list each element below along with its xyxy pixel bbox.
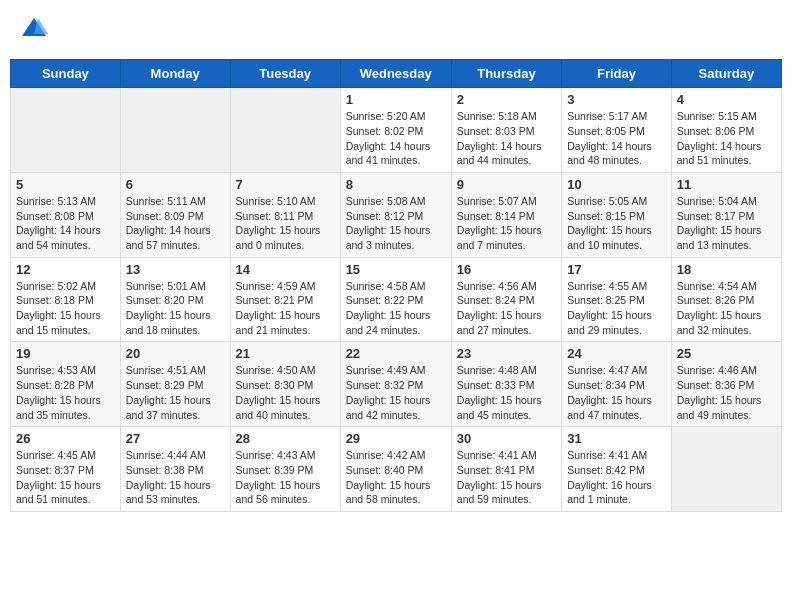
day-info: Sunrise: 5:07 AM Sunset: 8:14 PM Dayligh… (457, 194, 556, 253)
calendar-day-2: 2Sunrise: 5:18 AM Sunset: 8:03 PM Daylig… (451, 88, 561, 173)
day-info: Sunrise: 5:10 AM Sunset: 8:11 PM Dayligh… (236, 194, 335, 253)
calendar-day-18: 18Sunrise: 4:54 AM Sunset: 8:26 PM Dayli… (671, 257, 781, 342)
day-number: 18 (677, 262, 776, 277)
logo (18, 14, 48, 47)
day-number: 28 (236, 431, 335, 446)
day-info: Sunrise: 5:08 AM Sunset: 8:12 PM Dayligh… (346, 194, 446, 253)
day-info: Sunrise: 4:55 AM Sunset: 8:25 PM Dayligh… (567, 279, 666, 338)
day-info: Sunrise: 4:43 AM Sunset: 8:39 PM Dayligh… (236, 448, 335, 507)
calendar-day-8: 8Sunrise: 5:08 AM Sunset: 8:12 PM Daylig… (340, 172, 451, 257)
calendar-day-4: 4Sunrise: 5:15 AM Sunset: 8:06 PM Daylig… (671, 88, 781, 173)
calendar-day-11: 11Sunrise: 5:04 AM Sunset: 8:17 PM Dayli… (671, 172, 781, 257)
day-info: Sunrise: 4:45 AM Sunset: 8:37 PM Dayligh… (16, 448, 115, 507)
day-info: Sunrise: 4:41 AM Sunset: 8:42 PM Dayligh… (567, 448, 666, 507)
calendar-day-7: 7Sunrise: 5:10 AM Sunset: 8:11 PM Daylig… (230, 172, 340, 257)
calendar-day-5: 5Sunrise: 5:13 AM Sunset: 8:08 PM Daylig… (11, 172, 121, 257)
calendar-day-12: 12Sunrise: 5:02 AM Sunset: 8:18 PM Dayli… (11, 257, 121, 342)
day-number: 8 (346, 177, 446, 192)
calendar-week-row: 19Sunrise: 4:53 AM Sunset: 8:28 PM Dayli… (11, 342, 782, 427)
day-number: 2 (457, 92, 556, 107)
col-header-saturday: Saturday (671, 60, 781, 88)
calendar-week-row: 12Sunrise: 5:02 AM Sunset: 8:18 PM Dayli… (11, 257, 782, 342)
day-number: 14 (236, 262, 335, 277)
day-number: 26 (16, 431, 115, 446)
col-header-friday: Friday (562, 60, 672, 88)
day-number: 9 (457, 177, 556, 192)
calendar-day-17: 17Sunrise: 4:55 AM Sunset: 8:25 PM Dayli… (562, 257, 672, 342)
empty-day (230, 88, 340, 173)
day-number: 7 (236, 177, 335, 192)
calendar-week-row: 5Sunrise: 5:13 AM Sunset: 8:08 PM Daylig… (11, 172, 782, 257)
day-info: Sunrise: 4:41 AM Sunset: 8:41 PM Dayligh… (457, 448, 556, 507)
logo-icon (20, 14, 48, 42)
day-number: 23 (457, 346, 556, 361)
day-info: Sunrise: 5:15 AM Sunset: 8:06 PM Dayligh… (677, 109, 776, 168)
day-number: 16 (457, 262, 556, 277)
day-number: 21 (236, 346, 335, 361)
calendar-day-3: 3Sunrise: 5:17 AM Sunset: 8:05 PM Daylig… (562, 88, 672, 173)
day-number: 29 (346, 431, 446, 446)
day-info: Sunrise: 4:42 AM Sunset: 8:40 PM Dayligh… (346, 448, 446, 507)
day-number: 10 (567, 177, 666, 192)
calendar-week-row: 26Sunrise: 4:45 AM Sunset: 8:37 PM Dayli… (11, 427, 782, 512)
calendar-day-26: 26Sunrise: 4:45 AM Sunset: 8:37 PM Dayli… (11, 427, 121, 512)
calendar-day-28: 28Sunrise: 4:43 AM Sunset: 8:39 PM Dayli… (230, 427, 340, 512)
day-number: 31 (567, 431, 666, 446)
calendar-day-15: 15Sunrise: 4:58 AM Sunset: 8:22 PM Dayli… (340, 257, 451, 342)
calendar-day-20: 20Sunrise: 4:51 AM Sunset: 8:29 PM Dayli… (120, 342, 230, 427)
day-number: 25 (677, 346, 776, 361)
day-info: Sunrise: 5:02 AM Sunset: 8:18 PM Dayligh… (16, 279, 115, 338)
empty-day (671, 427, 781, 512)
day-info: Sunrise: 4:51 AM Sunset: 8:29 PM Dayligh… (126, 363, 225, 422)
day-number: 27 (126, 431, 225, 446)
calendar-day-21: 21Sunrise: 4:50 AM Sunset: 8:30 PM Dayli… (230, 342, 340, 427)
day-number: 13 (126, 262, 225, 277)
col-header-monday: Monday (120, 60, 230, 88)
empty-day (11, 88, 121, 173)
calendar-day-22: 22Sunrise: 4:49 AM Sunset: 8:32 PM Dayli… (340, 342, 451, 427)
calendar-day-27: 27Sunrise: 4:44 AM Sunset: 8:38 PM Dayli… (120, 427, 230, 512)
calendar-day-29: 29Sunrise: 4:42 AM Sunset: 8:40 PM Dayli… (340, 427, 451, 512)
day-info: Sunrise: 5:17 AM Sunset: 8:05 PM Dayligh… (567, 109, 666, 168)
calendar-day-14: 14Sunrise: 4:59 AM Sunset: 8:21 PM Dayli… (230, 257, 340, 342)
day-number: 11 (677, 177, 776, 192)
day-info: Sunrise: 4:44 AM Sunset: 8:38 PM Dayligh… (126, 448, 225, 507)
calendar-header-row: SundayMondayTuesdayWednesdayThursdayFrid… (11, 60, 782, 88)
day-info: Sunrise: 5:13 AM Sunset: 8:08 PM Dayligh… (16, 194, 115, 253)
day-info: Sunrise: 4:49 AM Sunset: 8:32 PM Dayligh… (346, 363, 446, 422)
day-info: Sunrise: 4:58 AM Sunset: 8:22 PM Dayligh… (346, 279, 446, 338)
day-info: Sunrise: 4:54 AM Sunset: 8:26 PM Dayligh… (677, 279, 776, 338)
col-header-wednesday: Wednesday (340, 60, 451, 88)
day-info: Sunrise: 5:18 AM Sunset: 8:03 PM Dayligh… (457, 109, 556, 168)
day-number: 17 (567, 262, 666, 277)
day-number: 12 (16, 262, 115, 277)
day-info: Sunrise: 4:47 AM Sunset: 8:34 PM Dayligh… (567, 363, 666, 422)
svg-marker-1 (34, 18, 48, 34)
col-header-sunday: Sunday (11, 60, 121, 88)
day-number: 5 (16, 177, 115, 192)
day-info: Sunrise: 5:11 AM Sunset: 8:09 PM Dayligh… (126, 194, 225, 253)
calendar-day-30: 30Sunrise: 4:41 AM Sunset: 8:41 PM Dayli… (451, 427, 561, 512)
calendar-day-13: 13Sunrise: 5:01 AM Sunset: 8:20 PM Dayli… (120, 257, 230, 342)
day-number: 15 (346, 262, 446, 277)
calendar-day-1: 1Sunrise: 5:20 AM Sunset: 8:02 PM Daylig… (340, 88, 451, 173)
day-info: Sunrise: 4:50 AM Sunset: 8:30 PM Dayligh… (236, 363, 335, 422)
day-number: 30 (457, 431, 556, 446)
calendar-day-23: 23Sunrise: 4:48 AM Sunset: 8:33 PM Dayli… (451, 342, 561, 427)
day-number: 20 (126, 346, 225, 361)
calendar-day-25: 25Sunrise: 4:46 AM Sunset: 8:36 PM Dayli… (671, 342, 781, 427)
day-info: Sunrise: 4:56 AM Sunset: 8:24 PM Dayligh… (457, 279, 556, 338)
calendar-table: SundayMondayTuesdayWednesdayThursdayFrid… (10, 59, 782, 512)
day-info: Sunrise: 5:05 AM Sunset: 8:15 PM Dayligh… (567, 194, 666, 253)
calendar-day-10: 10Sunrise: 5:05 AM Sunset: 8:15 PM Dayli… (562, 172, 672, 257)
day-info: Sunrise: 5:20 AM Sunset: 8:02 PM Dayligh… (346, 109, 446, 168)
empty-day (120, 88, 230, 173)
day-info: Sunrise: 5:04 AM Sunset: 8:17 PM Dayligh… (677, 194, 776, 253)
day-number: 19 (16, 346, 115, 361)
day-number: 22 (346, 346, 446, 361)
calendar-week-row: 1Sunrise: 5:20 AM Sunset: 8:02 PM Daylig… (11, 88, 782, 173)
day-info: Sunrise: 4:46 AM Sunset: 8:36 PM Dayligh… (677, 363, 776, 422)
calendar-day-24: 24Sunrise: 4:47 AM Sunset: 8:34 PM Dayli… (562, 342, 672, 427)
day-number: 6 (126, 177, 225, 192)
day-number: 24 (567, 346, 666, 361)
